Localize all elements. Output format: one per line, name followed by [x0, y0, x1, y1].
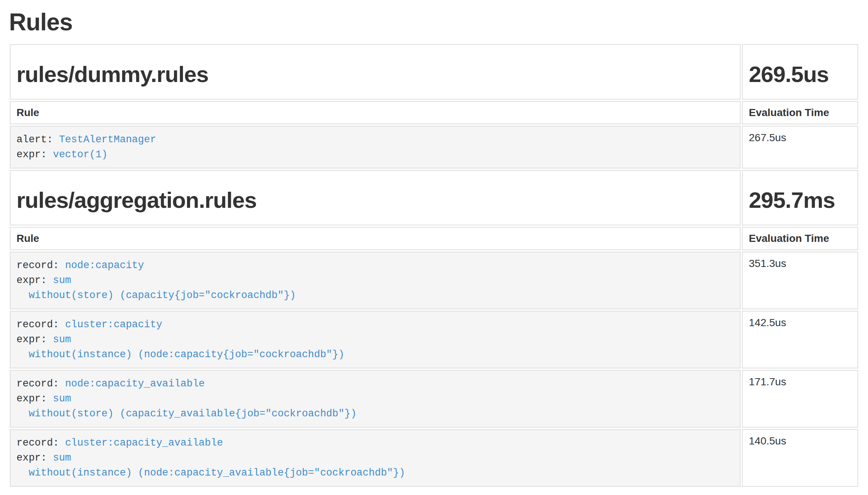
- rules-table-body: rules/dummy.rules269.5usRuleEvaluation T…: [10, 44, 858, 487]
- rule-row: record: cluster:capacity_available expr:…: [10, 429, 858, 487]
- evaluation-time-column-header: Evaluation Time: [742, 101, 858, 124]
- rule-column-header: Rule: [10, 227, 741, 250]
- group-header-row: rules/dummy.rules269.5us: [10, 44, 858, 100]
- rule-cell: alert: TestAlertManager expr: vector(1): [10, 126, 741, 168]
- rule-row: alert: TestAlertManager expr: vector(1)2…: [10, 126, 858, 168]
- rule-keyword: record:: [16, 260, 59, 271]
- rule-keyword: record:: [16, 437, 59, 449]
- group-total-time-cell: 295.7ms: [742, 170, 858, 225]
- rule-definition: record: cluster:capacity_available expr:…: [10, 430, 740, 486]
- evaluation-time-cell: 142.5us: [742, 311, 858, 368]
- rule-name-link[interactable]: cluster:capacity_available: [65, 437, 223, 449]
- rule-row: record: cluster:capacity expr: sum witho…: [10, 311, 858, 368]
- rule-expr-link[interactable]: sum without(instance) (node:capacity_ava…: [16, 452, 405, 479]
- rule-cell: record: node:capacity expr: sum without(…: [10, 252, 741, 309]
- evaluation-time-cell: 267.5us: [742, 126, 858, 168]
- rule-name-link[interactable]: node:capacity: [65, 260, 144, 271]
- evaluation-time-cell: 171.7us: [742, 370, 858, 428]
- rule-definition: record: node:capacity expr: sum without(…: [10, 252, 740, 309]
- rule-name-link[interactable]: cluster:capacity: [65, 319, 162, 330]
- rule-row: record: node:capacity_available expr: su…: [10, 370, 858, 428]
- rule-cell: record: cluster:capacity_available expr:…: [10, 429, 741, 487]
- rule-row: record: node:capacity expr: sum without(…: [10, 252, 858, 309]
- group-file-name: rules/aggregation.rules: [16, 188, 734, 213]
- evaluation-time-column-header: Evaluation Time: [742, 227, 858, 250]
- rule-expr-link[interactable]: sum without(instance) (node:capacity{job…: [16, 334, 344, 360]
- group-total-evaluation-time: 295.7ms: [749, 188, 852, 213]
- rule-name-link[interactable]: node:capacity_available: [65, 378, 205, 389]
- group-file-cell: rules/aggregation.rules: [10, 170, 741, 225]
- rule-cell: record: node:capacity_available expr: su…: [10, 370, 741, 428]
- rule-definition: record: node:capacity_available expr: su…: [10, 371, 740, 427]
- rule-expr-link[interactable]: sum without(store) (capacity_available{j…: [16, 393, 356, 419]
- rule-definition: alert: TestAlertManager expr: vector(1): [10, 127, 740, 168]
- rule-expr-link[interactable]: vector(1): [53, 149, 108, 160]
- column-header-row: RuleEvaluation Time: [10, 101, 858, 124]
- rule-expr-link[interactable]: sum without(store) (capacity{job="cockro…: [16, 275, 296, 301]
- rules-page: Rules rules/dummy.rules269.5usRuleEvalua…: [0, 9, 868, 488]
- evaluation-time-cell: 140.5us: [742, 429, 858, 487]
- expr-keyword: expr:: [16, 452, 47, 464]
- rule-cell: record: cluster:capacity expr: sum witho…: [10, 311, 741, 368]
- expr-keyword: expr:: [16, 275, 47, 286]
- evaluation-time-cell: 351.3us: [742, 252, 858, 309]
- group-total-time-cell: 269.5us: [742, 44, 858, 100]
- expr-keyword: expr:: [16, 393, 47, 404]
- page-title: Rules: [9, 9, 860, 35]
- column-header-row: RuleEvaluation Time: [10, 227, 858, 250]
- rules-table: rules/dummy.rules269.5usRuleEvaluation T…: [8, 43, 860, 488]
- expr-keyword: expr:: [16, 334, 47, 345]
- rule-keyword: record:: [16, 319, 59, 330]
- rule-keyword: alert:: [16, 134, 53, 145]
- group-total-evaluation-time: 269.5us: [749, 62, 852, 87]
- rule-column-header: Rule: [10, 101, 741, 124]
- expr-keyword: expr:: [16, 149, 47, 160]
- group-file-cell: rules/dummy.rules: [10, 44, 741, 100]
- rule-name-link[interactable]: TestAlertManager: [59, 134, 156, 145]
- rule-definition: record: cluster:capacity expr: sum witho…: [10, 312, 740, 368]
- group-header-row: rules/aggregation.rules295.7ms: [10, 170, 858, 225]
- group-file-name: rules/dummy.rules: [16, 62, 734, 87]
- rule-keyword: record:: [16, 378, 59, 389]
